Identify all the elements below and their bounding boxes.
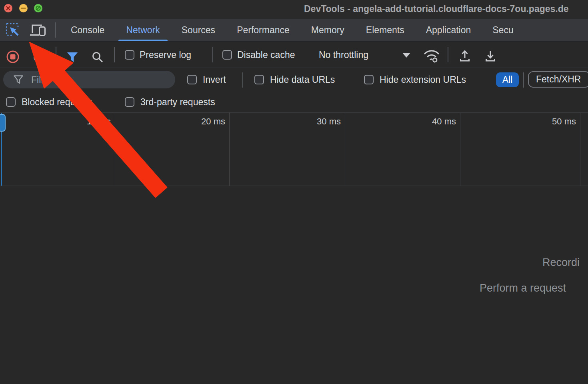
tab-network[interactable]: Network <box>115 19 170 41</box>
search-button[interactable] <box>91 51 104 65</box>
timeline-gridline <box>345 113 345 186</box>
clear-icon <box>33 51 45 63</box>
network-toolbar: Preserve log Disable cache No throttling <box>0 42 588 68</box>
search-icon <box>91 51 104 64</box>
hide-extension-urls-label: Hide extension URLs <box>380 74 466 85</box>
tab-sources[interactable]: Sources <box>171 19 226 41</box>
record-network-log-button[interactable] <box>6 50 20 65</box>
tab-console[interactable]: Console <box>60 19 115 41</box>
inspect-element-button[interactable] <box>5 22 21 38</box>
titlebar: DevTools - angela-add-tutorial.cloudflar… <box>0 0 588 19</box>
screenshare-icon <box>34 4 42 12</box>
download-icon <box>484 49 497 62</box>
blocked-requests-checkbox[interactable] <box>6 97 16 107</box>
filter-chip-all[interactable]: All <box>496 72 519 87</box>
request-filter-row: Blocked requests 3rd-party requests <box>0 91 588 113</box>
minimize-button[interactable] <box>19 4 28 12</box>
hide-extension-urls-checkbox[interactable] <box>364 75 374 84</box>
third-party-requests-label: 3rd-party requests <box>140 97 215 108</box>
empty-state-recording-text: Recordi <box>542 256 580 269</box>
timeline-label: 20 ms <box>169 116 225 127</box>
hide-data-urls-label: Hide data URLs <box>270 74 335 85</box>
overview-drag-handle[interactable] <box>0 114 6 132</box>
filter-input-pill <box>3 71 175 88</box>
filter-input[interactable] <box>30 74 164 86</box>
tab-memory[interactable]: Memory <box>300 19 355 41</box>
tab-security[interactable]: Secu <box>482 19 513 41</box>
disable-cache-checkbox[interactable] <box>222 50 232 60</box>
timeline-gridline <box>115 113 115 186</box>
tab-performance[interactable]: Performance <box>226 19 300 41</box>
tabbar-separator <box>55 22 56 38</box>
timeline-gridline <box>229 113 230 186</box>
toolbar-separator <box>56 47 56 62</box>
device-toolbar-icon <box>29 23 46 37</box>
import-har-button[interactable] <box>458 49 471 64</box>
preserve-log-label: Preserve log <box>140 50 191 60</box>
filterbar-separator <box>523 72 524 88</box>
hide-data-urls-checkbox[interactable] <box>254 75 264 84</box>
zoom-button[interactable] <box>34 4 42 12</box>
timeline-label: 40 ms <box>400 116 456 127</box>
blocked-requests-label: Blocked requests <box>22 97 92 108</box>
close-button[interactable] <box>4 4 12 12</box>
window-title: DevTools - angela-add-tutorial.cloudflar… <box>304 4 569 14</box>
export-har-button[interactable] <box>484 49 497 64</box>
funnel-icon <box>66 52 78 63</box>
disable-cache-label: Disable cache <box>237 50 295 60</box>
wifi-gear-icon <box>422 48 441 64</box>
timeline-gridline <box>580 113 580 186</box>
caret-down-icon[interactable] <box>402 53 410 58</box>
empty-state-perform-text: Perform a request <box>480 282 566 294</box>
upload-icon <box>458 49 471 62</box>
timeline-label: 30 ms <box>285 116 341 127</box>
invert-checkbox[interactable] <box>187 75 197 84</box>
record-stop-icon <box>6 50 20 64</box>
close-icon <box>4 4 12 12</box>
timeline-label: 50 ms <box>520 116 576 127</box>
throttling-select[interactable]: No throttling <box>319 50 368 60</box>
devtools-tabbar: Console Network Sources Performance Memo… <box>0 19 588 42</box>
inspect-cursor-icon <box>5 22 21 38</box>
third-party-requests-checkbox[interactable] <box>125 97 134 107</box>
toolbar-separator <box>114 47 115 62</box>
invert-label: Invert <box>203 74 226 85</box>
timeline-gridline <box>460 113 460 186</box>
filter-toggle-button[interactable] <box>66 52 78 64</box>
filterbar-separator <box>242 72 243 88</box>
devtools-window: DevTools - angela-add-tutorial.cloudflar… <box>0 0 588 384</box>
toolbar-separator <box>212 47 213 62</box>
network-conditions-button[interactable] <box>422 48 441 65</box>
active-tab-underline <box>118 40 167 41</box>
toolbar-separator <box>448 47 448 62</box>
clear-network-log-button[interactable] <box>33 51 45 65</box>
toggle-device-toolbar-button[interactable] <box>29 23 46 37</box>
tab-elements[interactable]: Elements <box>355 19 415 41</box>
preserve-log-checkbox[interactable] <box>125 50 134 60</box>
timeline-label: 10 ms <box>55 116 111 127</box>
filter-bar: Invert Hide data URLs Hide extension URL… <box>0 68 588 91</box>
timeline-overview[interactable]: 10 ms 20 ms 30 ms 40 ms 50 ms <box>0 113 588 186</box>
minimize-icon <box>19 4 28 12</box>
tab-application[interactable]: Application <box>415 19 482 41</box>
funnel-outline-icon <box>14 75 23 84</box>
filter-chip-fetch-xhr[interactable]: Fetch/XHR <box>528 71 588 88</box>
